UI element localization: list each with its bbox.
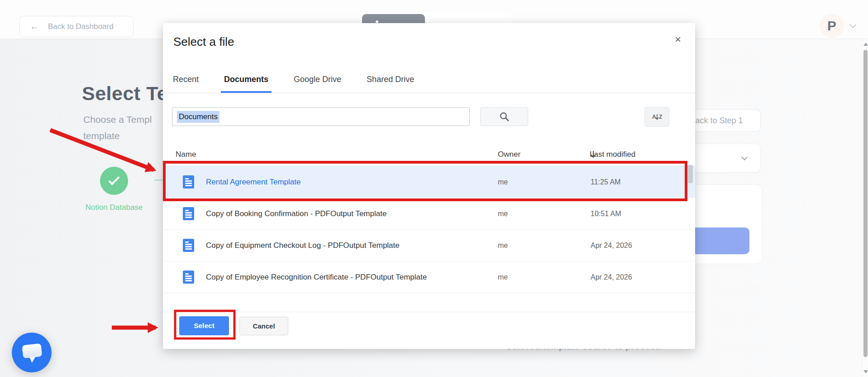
select-button[interactable]: Select [179,316,229,335]
back-to-step1-label: ack to Step 1 [695,116,743,126]
column-last-modified-label: Last modified [590,143,635,166]
back-to-dashboard-label: Back to Dashboard [48,22,114,31]
file-name: Copy of Equipment Checkout Log - PDFOutp… [206,230,400,261]
tab-documents[interactable]: Documents [224,66,268,93]
search-input[interactable]: Documents [172,107,470,126]
svg-text:A: A [652,114,656,120]
back-to-dashboard-button[interactable]: ← Back to Dashboard [19,16,134,37]
page: Select Te Choose a Templ template Notion… [0,0,868,377]
search-button[interactable] [480,107,528,126]
file-modified: Apr 24, 2026 [591,261,632,293]
file-row[interactable]: Copy of Equipment Checkout Log - PDFOutp… [163,230,695,261]
column-last-modified[interactable]: Last modified [590,143,597,166]
dialog-title: Select a file [173,35,234,49]
file-owner: me [498,166,508,198]
avatar[interactable]: P [820,14,844,38]
cancel-button[interactable]: Cancel [239,317,288,335]
page-scrollbar[interactable] [862,39,868,377]
page-subtitle-line1: Choose a Templ [83,114,152,125]
chevron-down-icon [741,154,748,160]
step-complete-icon [100,167,128,195]
file-name: Copy of Employee Recognition Certificate… [206,261,427,293]
file-list: Rental Agreement Templateme11:25 AMCopy … [163,166,695,293]
close-button[interactable]: × [671,32,685,47]
scrollbar-thumb[interactable] [863,50,868,357]
scrollbar-down-arrow-icon[interactable] [863,370,868,373]
tab-shared-drive[interactable]: Shared Drive [367,66,414,93]
file-name: Rental Agreement Template [206,166,300,198]
file-list-header: Name Owner Last modified [163,143,695,166]
tab-label: Documents [224,75,268,84]
file-name: Copy of Booking Confirmation - PDFOutput… [206,198,386,230]
tab-google-drive[interactable]: Google Drive [294,66,341,93]
file-owner: me [498,198,508,230]
file-owner: me [498,230,508,261]
file-owner: me [498,261,508,293]
search-input-selected-text: Documents [177,111,219,123]
sort-button[interactable]: A Z [644,107,669,127]
footer-divider [163,312,695,312]
file-picker-dialog: Select a file × RecentDocumentsGoogle Dr… [163,23,695,349]
column-owner: Owner [498,143,520,166]
picker-tabs: RecentDocumentsGoogle DriveShared Drive [163,66,695,93]
tab-label: Google Drive [294,75,341,84]
file-modified: Apr 24, 2026 [591,230,632,261]
svg-text:Z: Z [659,114,662,120]
list-scrollbar-thumb[interactable] [688,165,693,183]
step-label: Notion Database [78,203,150,212]
chat-launcher-button[interactable] [12,333,52,372]
scrollbar-up-arrow-icon[interactable] [863,43,868,46]
page-title: Select Te [82,82,168,105]
search-icon [499,111,510,122]
tab-label: Shared Drive [367,75,414,84]
google-doc-icon [183,207,194,220]
chat-bubble-icon [12,333,52,372]
file-modified: 11:25 AM [591,166,620,198]
file-row[interactable]: Copy of Booking Confirmation - PDFOutput… [163,198,695,230]
google-doc-icon [183,175,194,188]
file-row[interactable]: Copy of Employee Recognition Certificate… [163,261,695,293]
tab-label: Recent [173,75,199,84]
chevron-down-icon [849,21,857,28]
tab-recent[interactable]: Recent [173,66,199,93]
google-doc-icon [183,239,194,252]
file-row[interactable]: Rental Agreement Templateme11:25 AM [163,166,695,198]
checkmark-icon [108,174,119,185]
google-doc-icon [183,271,194,284]
column-name: Name [176,143,196,166]
sort-az-icon: A Z [652,112,662,121]
page-subtitle-line2: template [83,130,120,141]
arrow-left-icon: ← [30,21,39,32]
account-menu[interactable]: P [820,14,855,38]
file-modified: 10:51 AM [591,198,621,230]
